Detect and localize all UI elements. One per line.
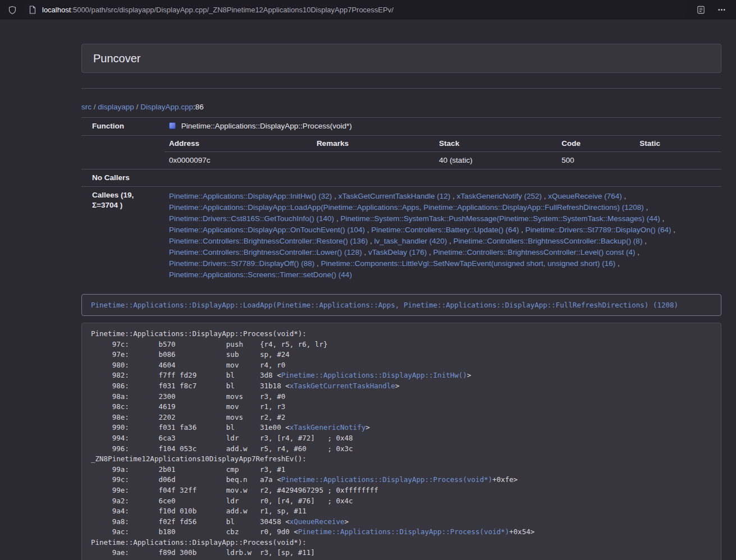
code-symbol-link[interactable]: xTaskGetCurrentTaskHandle (290, 382, 395, 390)
callee-separator: , (447, 237, 453, 245)
app-navbar: Puncover (81, 44, 721, 73)
stats-value-row: 0x0000097c 40 (static) 500 (164, 152, 721, 169)
stats-table: Address Remarks Stack Code Static 0x0000… (164, 136, 721, 169)
code-symbol-link[interactable]: xQueueReceive (290, 517, 345, 526)
callee-link[interactable]: Pinetime::Applications::DisplayApp::Init… (169, 192, 332, 200)
callee-separator: , (334, 214, 340, 223)
col-static: Static (635, 136, 721, 152)
no-callers-row: No Callers (81, 169, 721, 187)
callee-separator: , (450, 192, 456, 200)
breadcrumb-file-link[interactable]: DisplayApp.cpp (140, 103, 193, 111)
breadcrumb: src / displayapp / DisplayApp.cpp:86 (81, 102, 721, 112)
function-row-label: Function (81, 118, 164, 136)
page-content: Puncover src / displayapp / DisplayApp.c… (81, 44, 721, 560)
code-symbol-link[interactable]: Pinetime::Applications::DisplayApp::Proc… (281, 475, 492, 484)
col-stack: Stack (435, 136, 557, 152)
callee-separator: , (542, 192, 548, 200)
callee-link[interactable]: Pinetime::Applications::DisplayApp::OnTo… (169, 226, 365, 234)
callee-link[interactable]: Pinetime::Components::LittleVgl::SetNewT… (321, 259, 616, 268)
divider (81, 88, 721, 89)
function-name: Pinetime::Applications::DisplayApp::Proc… (181, 122, 352, 130)
callee-separator: , (362, 248, 368, 256)
callee-link[interactable]: Pinetime::Controllers::BrightnessControl… (169, 248, 362, 256)
function-row: Function Pinetime::Applications::Di (81, 118, 721, 136)
callee-separator: , (622, 192, 627, 200)
symbol-table: Function Pinetime::Applications::Di (81, 117, 721, 284)
col-address: Address (164, 136, 312, 152)
reader-view-icon[interactable] (697, 6, 705, 14)
callee-link[interactable]: Pinetime::Controllers::BrightnessControl… (454, 237, 643, 245)
disassembly-listing: Pinetime::Applications::DisplayApp::Proc… (81, 323, 721, 560)
breadcrumb-separator: / (136, 103, 139, 111)
code-symbol-link[interactable]: Pinetime::Applications::DisplayApp::Init… (281, 371, 467, 379)
callee-separator: , (314, 259, 321, 268)
url-host: localhost (42, 6, 71, 14)
code-symbol-link[interactable]: Pinetime::Applications::DisplayApp::Proc… (298, 527, 509, 536)
toolbar-buttons (697, 6, 728, 14)
function-icon (169, 122, 176, 132)
selected-callee-link[interactable]: Pinetime::Applications::DisplayApp::Load… (91, 301, 678, 309)
callee-link[interactable]: Pinetime::Drivers::Cst816S::GetTouchInfo… (169, 214, 334, 223)
callee-separator: , (368, 237, 374, 245)
callee-link[interactable]: Pinetime::Applications::Screens::Timer::… (169, 270, 352, 279)
callee-link[interactable]: Pinetime::Drivers::St7789::DisplayOff() … (169, 259, 314, 268)
url-path: :5000/path/src/displayapp/DisplayApp.cpp… (71, 6, 394, 14)
breadcrumb-line-number: :86 (193, 103, 204, 111)
callee-link[interactable]: lv_task_handler (420) (374, 237, 447, 245)
callee-link[interactable]: xTaskGetCurrentTaskHandle (12) (339, 192, 451, 200)
callee-link[interactable]: Pinetime::System::SystemTask::PushMessag… (340, 214, 660, 223)
col-code: Code (557, 136, 635, 152)
callee-separator: , (636, 248, 640, 256)
callee-separator: , (671, 226, 675, 234)
callee-separator: , (519, 226, 525, 234)
no-callers-label: No Callers (81, 169, 164, 187)
callee-link[interactable]: Pinetime::Drivers::St7789::DisplayOn() (… (525, 226, 671, 234)
callees-row: Callees (19, Σ=3704 ) Pinetime::Applicat… (81, 187, 721, 285)
url-text: localhost:5000/path/src/displayapp/Displ… (42, 6, 394, 14)
url-bar[interactable]: localhost:5000/path/src/displayapp/Displ… (24, 3, 687, 17)
app-title[interactable]: Puncover (93, 52, 141, 65)
stat-address: 0x0000097c (164, 152, 312, 169)
stats-row: Address Remarks Stack Code Static 0x0000… (81, 136, 721, 169)
callee-link[interactable]: xQueueReceive (764) (548, 192, 621, 200)
callee-separator: , (642, 237, 647, 245)
tracking-protection-shield-icon[interactable] (8, 6, 17, 15)
stat-stack: 40 (static) (435, 152, 557, 169)
callee-link[interactable]: Pinetime::Controllers::BrightnessControl… (433, 248, 635, 256)
overflow-menu-icon[interactable] (717, 6, 726, 14)
callees-label: Callees (19, Σ=3704 ) (81, 187, 164, 285)
browser-chrome: localhost:5000/path/src/displayapp/Displ… (0, 0, 736, 20)
stats-header-row: Address Remarks Stack Code Static (164, 136, 721, 152)
callee-separator: , (332, 192, 338, 200)
callee-separator: , (660, 214, 665, 223)
callee-link[interactable]: Pinetime::Controllers::BrightnessControl… (169, 237, 368, 245)
stat-code: 500 (557, 152, 635, 169)
callee-separator: , (615, 259, 620, 268)
col-remarks: Remarks (312, 136, 435, 152)
callees-list: Pinetime::Applications::DisplayApp::Init… (164, 187, 721, 285)
callee-separator: , (365, 226, 371, 234)
callee-link[interactable]: vTaskDelay (176) (368, 248, 427, 256)
page-info-icon[interactable] (29, 6, 36, 14)
stat-static (635, 152, 721, 169)
callee-link[interactable]: xTaskGenericNotify (252) (457, 192, 542, 200)
stat-remarks (312, 152, 435, 169)
breadcrumb-src-link[interactable]: src (81, 103, 92, 111)
callee-link[interactable]: Pinetime::Applications::DisplayApp::Load… (169, 203, 644, 212)
selected-callee-box: Pinetime::Applications::DisplayApp::Load… (81, 294, 721, 316)
callee-separator: , (427, 248, 433, 256)
breadcrumb-displayapp-link[interactable]: displayapp (98, 103, 134, 111)
empty-label-cell (81, 136, 164, 169)
code-symbol-link[interactable]: xTaskGenericNotify (290, 423, 365, 432)
callee-link[interactable]: Pinetime::Controllers::Battery::Update()… (371, 226, 519, 234)
breadcrumb-separator: / (94, 103, 96, 111)
callee-separator: , (644, 203, 648, 212)
